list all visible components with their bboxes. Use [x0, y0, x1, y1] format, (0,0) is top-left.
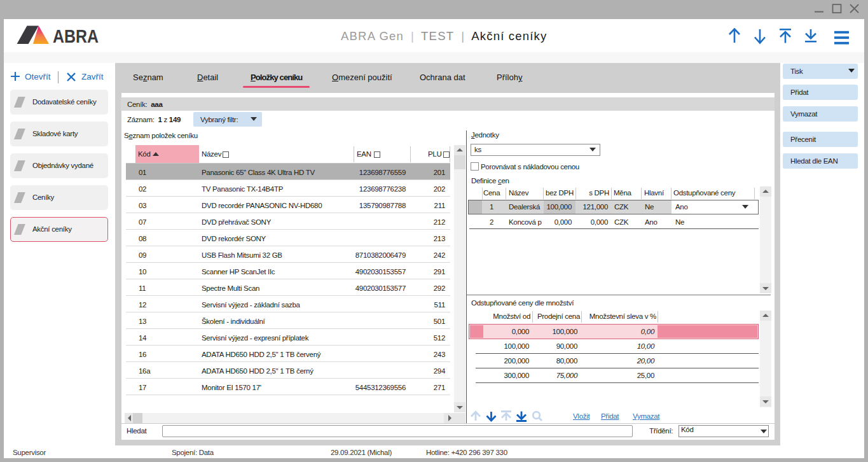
svg-text:ABRA: ABRA — [53, 25, 99, 45]
